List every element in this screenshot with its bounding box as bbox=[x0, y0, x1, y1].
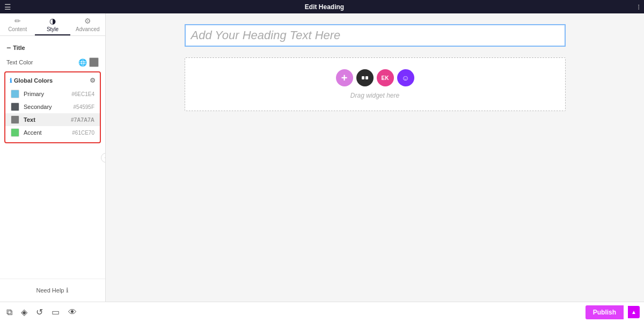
tab-content-label: Content bbox=[8, 26, 27, 32]
heading-input-area[interactable]: Add Your Heading Text Here bbox=[185, 24, 566, 47]
dark-widget-button[interactable] bbox=[356, 69, 374, 86]
need-help-button[interactable]: Need Help ℹ bbox=[0, 282, 105, 298]
info-icon: ℹ bbox=[10, 77, 12, 84]
tab-style[interactable]: ◑ Style bbox=[35, 13, 70, 35]
color-item-left: Secondary bbox=[11, 103, 52, 111]
panel-title: Edit Heading bbox=[305, 3, 344, 11]
color-name: Primary bbox=[24, 91, 44, 97]
need-help-label: Need Help bbox=[36, 287, 64, 294]
tab-advanced[interactable]: ⚙ Advanced bbox=[70, 13, 105, 35]
sidebar: ✏ Content ◑ Style ⚙ Advanced − Title Tex… bbox=[0, 13, 106, 302]
color-hex: #7A7A7A bbox=[71, 117, 94, 123]
color-hex: #61CE70 bbox=[72, 130, 94, 136]
add-widget-button[interactable]: + bbox=[336, 69, 353, 86]
heading-placeholder: Add Your Heading Text Here bbox=[191, 28, 341, 42]
sidebar-content: − Title Text Color 🌐 ℹ Global Colors bbox=[0, 36, 105, 279]
advanced-tab-icon: ⚙ bbox=[84, 17, 91, 25]
color-name: Text bbox=[24, 116, 35, 123]
main-layout: ✏ Content ◑ Style ⚙ Advanced − Title Tex… bbox=[0, 13, 644, 302]
text-color-controls: 🌐 bbox=[78, 57, 99, 67]
color-swatch bbox=[11, 90, 19, 98]
canvas-area: Add Your Heading Text Here + EK ☺ Drag w… bbox=[106, 13, 644, 302]
color-swatch bbox=[11, 103, 19, 111]
menu-icon[interactable]: ☰ bbox=[4, 3, 11, 11]
color-item[interactable]: Accent #61CE70 bbox=[5, 126, 100, 139]
pink-widget-button[interactable]: EK bbox=[377, 69, 394, 86]
drag-text: Drag widget here bbox=[350, 92, 399, 99]
color-item-left: Primary bbox=[11, 90, 44, 98]
widget-drop-area[interactable]: + EK ☺ Drag widget here bbox=[185, 57, 566, 111]
grid-icon[interactable]: ⁝ bbox=[638, 3, 640, 11]
gc-header-left: ℹ Global Colors bbox=[10, 77, 53, 84]
widget-buttons: + EK ☺ bbox=[336, 69, 414, 86]
tab-style-label: Style bbox=[47, 26, 58, 32]
color-box-button[interactable] bbox=[89, 57, 99, 67]
title-section: − Title bbox=[0, 40, 105, 55]
color-item-left: Accent bbox=[11, 128, 42, 137]
color-name: Secondary bbox=[24, 104, 52, 110]
publish-button[interactable]: Publish bbox=[586, 305, 624, 319]
style-tab-icon: ◑ bbox=[49, 17, 56, 25]
color-name: Accent bbox=[24, 129, 42, 136]
gc-header: ℹ Global Colors ⚙ bbox=[5, 76, 100, 87]
svg-rect-0 bbox=[362, 76, 364, 79]
text-color-label: Text Color bbox=[6, 59, 33, 65]
eye-icon[interactable]: 👁 bbox=[66, 305, 79, 319]
theme-icon[interactable]: ◈ bbox=[19, 305, 30, 319]
top-bar: ☰ Edit Heading ⁝ bbox=[0, 0, 644, 13]
color-list: Primary #6EC1E4 Secondary #54595F Text #… bbox=[5, 87, 100, 139]
color-hex: #6EC1E4 bbox=[71, 91, 94, 97]
tab-advanced-label: Advanced bbox=[76, 26, 99, 32]
section-title-label: Title bbox=[13, 45, 25, 51]
sidebar-tabs: ✏ Content ◑ Style ⚙ Advanced bbox=[0, 13, 105, 36]
text-color-row: Text Color 🌐 bbox=[0, 55, 105, 69]
gc-title: Global Colors bbox=[14, 77, 53, 84]
svg-rect-1 bbox=[365, 76, 368, 79]
publish-dropdown-button[interactable]: ▲ bbox=[628, 306, 640, 318]
tab-content[interactable]: ✏ Content bbox=[0, 13, 35, 35]
color-item[interactable]: Text #7A7A7A bbox=[5, 113, 100, 126]
collapse-icon[interactable]: − bbox=[6, 43, 11, 52]
globe-icon[interactable]: 🌐 bbox=[78, 58, 87, 67]
purple-widget-button[interactable]: ☺ bbox=[397, 69, 414, 86]
responsive-icon[interactable]: ▭ bbox=[49, 305, 62, 319]
color-item[interactable]: Secondary #54595F bbox=[5, 100, 100, 113]
layers-icon[interactable]: ⧉ bbox=[4, 305, 14, 319]
settings-icon[interactable]: ⚙ bbox=[90, 77, 96, 84]
global-colors-panel: ℹ Global Colors ⚙ Primary #6EC1E4 Second… bbox=[4, 71, 101, 143]
color-swatch bbox=[11, 128, 19, 137]
color-swatch bbox=[11, 115, 19, 124]
color-item-left: Text bbox=[11, 115, 35, 124]
sidebar-bottom: Need Help ℹ bbox=[0, 279, 105, 302]
undo-icon[interactable]: ↺ bbox=[34, 305, 45, 319]
color-hex: #54595F bbox=[74, 104, 94, 110]
bottom-bar: ⧉ ◈ ↺ ▭ 👁 Publish ▲ bbox=[0, 302, 644, 322]
content-tab-icon: ✏ bbox=[14, 17, 21, 25]
help-icon: ℹ bbox=[66, 287, 69, 294]
color-item[interactable]: Primary #6EC1E4 bbox=[5, 87, 100, 100]
